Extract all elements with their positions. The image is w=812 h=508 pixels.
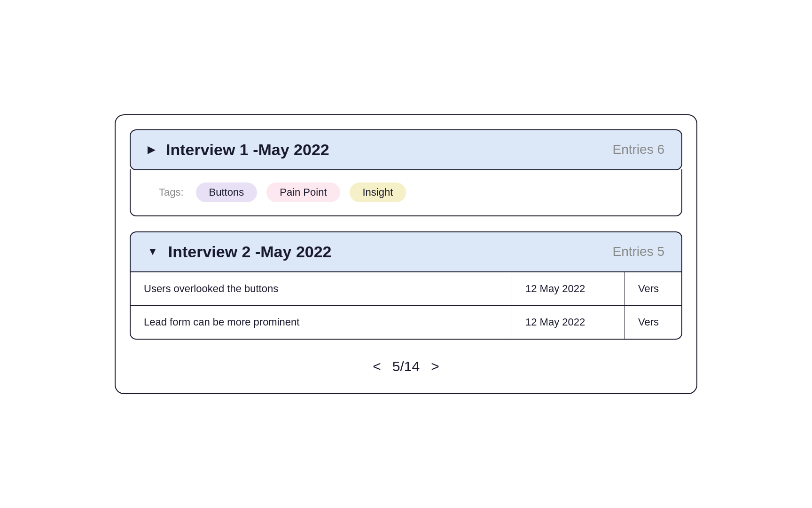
pagination-prev-arrow[interactable]: < — [373, 358, 381, 374]
interview2-entries: Entries 5 — [613, 244, 665, 259]
table-cell-date: 12 May 2022 — [512, 272, 625, 305]
table-cell-version: Vers — [625, 306, 681, 339]
interview1-entries: Entries 6 — [613, 142, 665, 157]
table-cell-date: 12 May 2022 — [512, 306, 625, 339]
table-cell-version: Vers — [625, 272, 681, 305]
interview2-arrow-icon: ▼ — [148, 246, 158, 258]
tag-insight[interactable]: Insight — [350, 183, 406, 202]
table-row: Lead form can be more prominent 12 May 2… — [131, 306, 681, 339]
outer-card: ▶ Interview 1 -May 2022 Entries 6 Tags: … — [115, 114, 697, 394]
pagination: < 5/14 > — [130, 358, 682, 374]
interview1-arrow-icon: ▶ — [148, 143, 156, 156]
interview2-block: ▼ Interview 2 -May 2022 Entries 5 Users … — [130, 231, 682, 340]
tag-pain-point[interactable]: Pain Point — [266, 183, 340, 202]
pagination-text: 5/14 — [392, 358, 420, 374]
interview1-title: Interview 1 -May 2022 — [166, 141, 613, 159]
interview2-title: Interview 2 -May 2022 — [168, 243, 613, 261]
tags-label: Tags: — [159, 186, 184, 198]
tags-section: Tags: Buttons Pain Point Insight — [130, 169, 682, 216]
pagination-next-arrow[interactable]: > — [431, 358, 439, 374]
tag-buttons[interactable]: Buttons — [196, 183, 258, 202]
interview2-header[interactable]: ▼ Interview 2 -May 2022 Entries 5 — [130, 231, 682, 272]
interview1-header[interactable]: ▶ Interview 1 -May 2022 Entries 6 — [130, 129, 682, 170]
table-cell-observation: Users overlooked the buttons — [131, 272, 512, 305]
entries-table: Users overlooked the buttons 12 May 2022… — [130, 272, 682, 340]
interview1-block: ▶ Interview 1 -May 2022 Entries 6 Tags: … — [130, 129, 682, 216]
table-cell-observation: Lead form can be more prominent — [131, 306, 512, 339]
table-row: Users overlooked the buttons 12 May 2022… — [131, 272, 681, 306]
